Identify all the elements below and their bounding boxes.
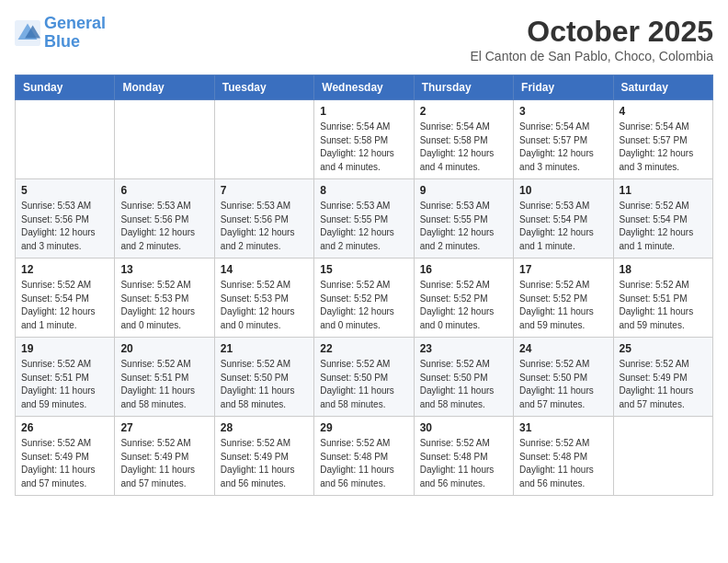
calendar-cell: 27Sunrise: 5:52 AM Sunset: 5:49 PM Dayli…: [115, 417, 214, 496]
day-number: 17: [519, 263, 607, 276]
day-info: Sunrise: 5:52 AM Sunset: 5:54 PM Dayligh…: [620, 200, 707, 253]
day-number: 15: [320, 263, 407, 276]
day-number: 16: [420, 263, 507, 276]
day-number: 13: [120, 263, 208, 276]
day-info: Sunrise: 5:54 AM Sunset: 5:57 PM Dayligh…: [620, 121, 707, 174]
day-info: Sunrise: 5:52 AM Sunset: 5:49 PM Dayligh…: [620, 358, 707, 411]
calendar-cell: 8Sunrise: 5:53 AM Sunset: 5:55 PM Daylig…: [314, 179, 414, 259]
day-info: Sunrise: 5:52 AM Sunset: 5:48 PM Dayligh…: [420, 437, 507, 490]
day-number: 27: [120, 421, 208, 434]
day-info: Sunrise: 5:52 AM Sunset: 5:49 PM Dayligh…: [120, 437, 208, 490]
calendar-cell: 24Sunrise: 5:52 AM Sunset: 5:50 PM Dayli…: [514, 338, 613, 417]
day-number: 10: [519, 184, 607, 197]
day-number: 28: [221, 421, 308, 434]
title-block: October 2025 El Canton de San Pablo, Cho…: [470, 15, 713, 63]
day-info: Sunrise: 5:52 AM Sunset: 5:50 PM Dayligh…: [420, 358, 507, 411]
day-info: Sunrise: 5:52 AM Sunset: 5:49 PM Dayligh…: [221, 437, 308, 490]
day-info: Sunrise: 5:52 AM Sunset: 5:50 PM Dayligh…: [320, 358, 407, 411]
day-number: 7: [221, 184, 308, 197]
day-info: Sunrise: 5:52 AM Sunset: 5:50 PM Dayligh…: [519, 358, 607, 411]
day-number: 5: [21, 184, 108, 197]
calendar-cell: 14Sunrise: 5:52 AM Sunset: 5:53 PM Dayli…: [214, 259, 313, 338]
calendar-cell: 10Sunrise: 5:53 AM Sunset: 5:54 PM Dayli…: [514, 179, 613, 259]
day-number: 30: [420, 421, 507, 434]
day-info: Sunrise: 5:53 AM Sunset: 5:56 PM Dayligh…: [21, 200, 108, 253]
calendar-cell: [16, 100, 115, 179]
calendar-cell: 29Sunrise: 5:52 AM Sunset: 5:48 PM Dayli…: [314, 417, 414, 496]
day-number: 31: [519, 421, 607, 434]
day-number: 12: [21, 263, 108, 276]
day-number: 6: [120, 184, 208, 197]
day-info: Sunrise: 5:54 AM Sunset: 5:57 PM Dayligh…: [519, 121, 607, 174]
col-header-sunday: Sunday: [16, 75, 115, 100]
calendar-week-5: 26Sunrise: 5:52 AM Sunset: 5:49 PM Dayli…: [16, 417, 713, 496]
calendar-cell: 26Sunrise: 5:52 AM Sunset: 5:49 PM Dayli…: [16, 417, 115, 496]
calendar-cell: [214, 100, 313, 179]
calendar-cell: 4Sunrise: 5:54 AM Sunset: 5:57 PM Daylig…: [613, 100, 712, 179]
calendar-cell: 22Sunrise: 5:52 AM Sunset: 5:50 PM Dayli…: [314, 338, 414, 417]
calendar-week-2: 5Sunrise: 5:53 AM Sunset: 5:56 PM Daylig…: [16, 179, 713, 259]
calendar-cell: [613, 417, 712, 496]
day-info: Sunrise: 5:52 AM Sunset: 5:51 PM Dayligh…: [120, 358, 208, 411]
logo-text: General Blue: [44, 15, 106, 52]
day-number: 26: [21, 421, 108, 434]
day-number: 2: [420, 105, 507, 118]
day-number: 24: [519, 342, 607, 355]
col-header-wednesday: Wednesday: [314, 75, 414, 100]
day-number: 20: [120, 342, 208, 355]
calendar-cell: 9Sunrise: 5:53 AM Sunset: 5:55 PM Daylig…: [414, 179, 513, 259]
col-header-tuesday: Tuesday: [214, 75, 313, 100]
location: El Canton de San Pablo, Choco, Colombia: [470, 49, 713, 63]
day-number: 14: [221, 263, 308, 276]
day-info: Sunrise: 5:52 AM Sunset: 5:52 PM Dayligh…: [320, 279, 407, 332]
calendar-week-3: 12Sunrise: 5:52 AM Sunset: 5:54 PM Dayli…: [16, 259, 713, 338]
calendar-cell: 15Sunrise: 5:52 AM Sunset: 5:52 PM Dayli…: [314, 259, 414, 338]
day-info: Sunrise: 5:53 AM Sunset: 5:55 PM Dayligh…: [320, 200, 407, 253]
calendar-cell: 7Sunrise: 5:53 AM Sunset: 5:56 PM Daylig…: [214, 179, 313, 259]
col-header-saturday: Saturday: [613, 75, 712, 100]
calendar-cell: 17Sunrise: 5:52 AM Sunset: 5:52 PM Dayli…: [514, 259, 613, 338]
calendar-cell: 30Sunrise: 5:52 AM Sunset: 5:48 PM Dayli…: [414, 417, 513, 496]
day-info: Sunrise: 5:54 AM Sunset: 5:58 PM Dayligh…: [320, 121, 407, 174]
calendar-cell: 13Sunrise: 5:52 AM Sunset: 5:53 PM Dayli…: [115, 259, 214, 338]
logo: General Blue: [15, 15, 106, 52]
calendar-cell: 31Sunrise: 5:52 AM Sunset: 5:48 PM Dayli…: [514, 417, 613, 496]
calendar-cell: 19Sunrise: 5:52 AM Sunset: 5:51 PM Dayli…: [16, 338, 115, 417]
calendar-cell: 6Sunrise: 5:53 AM Sunset: 5:56 PM Daylig…: [115, 179, 214, 259]
day-number: 21: [221, 342, 308, 355]
day-info: Sunrise: 5:52 AM Sunset: 5:49 PM Dayligh…: [21, 437, 108, 490]
calendar-cell: 20Sunrise: 5:52 AM Sunset: 5:51 PM Dayli…: [115, 338, 214, 417]
day-info: Sunrise: 5:53 AM Sunset: 5:56 PM Dayligh…: [221, 200, 308, 253]
calendar-cell: 25Sunrise: 5:52 AM Sunset: 5:49 PM Dayli…: [613, 338, 712, 417]
col-header-thursday: Thursday: [414, 75, 513, 100]
day-number: 22: [320, 342, 407, 355]
day-number: 25: [620, 342, 707, 355]
calendar-week-1: 1Sunrise: 5:54 AM Sunset: 5:58 PM Daylig…: [16, 100, 713, 179]
day-number: 11: [620, 184, 707, 197]
day-number: 9: [420, 184, 507, 197]
day-info: Sunrise: 5:54 AM Sunset: 5:58 PM Dayligh…: [420, 121, 507, 174]
day-info: Sunrise: 5:53 AM Sunset: 5:55 PM Dayligh…: [420, 200, 507, 253]
day-info: Sunrise: 5:52 AM Sunset: 5:52 PM Dayligh…: [519, 279, 607, 332]
day-number: 23: [420, 342, 507, 355]
calendar-week-4: 19Sunrise: 5:52 AM Sunset: 5:51 PM Dayli…: [16, 338, 713, 417]
calendar-cell: 21Sunrise: 5:52 AM Sunset: 5:50 PM Dayli…: [214, 338, 313, 417]
calendar-table: SundayMondayTuesdayWednesdayThursdayFrid…: [15, 75, 713, 496]
day-info: Sunrise: 5:52 AM Sunset: 5:48 PM Dayligh…: [519, 437, 607, 490]
calendar-cell: [115, 100, 214, 179]
day-info: Sunrise: 5:53 AM Sunset: 5:54 PM Dayligh…: [519, 200, 607, 253]
calendar-cell: 16Sunrise: 5:52 AM Sunset: 5:52 PM Dayli…: [414, 259, 513, 338]
calendar-cell: 11Sunrise: 5:52 AM Sunset: 5:54 PM Dayli…: [613, 179, 712, 259]
month-title: October 2025: [470, 15, 713, 49]
day-info: Sunrise: 5:52 AM Sunset: 5:53 PM Dayligh…: [120, 279, 208, 332]
calendar-cell: 12Sunrise: 5:52 AM Sunset: 5:54 PM Dayli…: [16, 259, 115, 338]
calendar-header-row: SundayMondayTuesdayWednesdayThursdayFrid…: [16, 75, 713, 100]
day-info: Sunrise: 5:52 AM Sunset: 5:51 PM Dayligh…: [620, 279, 707, 332]
calendar-cell: 1Sunrise: 5:54 AM Sunset: 5:58 PM Daylig…: [314, 100, 414, 179]
day-info: Sunrise: 5:53 AM Sunset: 5:56 PM Dayligh…: [120, 200, 208, 253]
day-number: 8: [320, 184, 407, 197]
day-number: 19: [21, 342, 108, 355]
col-header-friday: Friday: [514, 75, 613, 100]
col-header-monday: Monday: [115, 75, 214, 100]
day-number: 3: [519, 105, 607, 118]
